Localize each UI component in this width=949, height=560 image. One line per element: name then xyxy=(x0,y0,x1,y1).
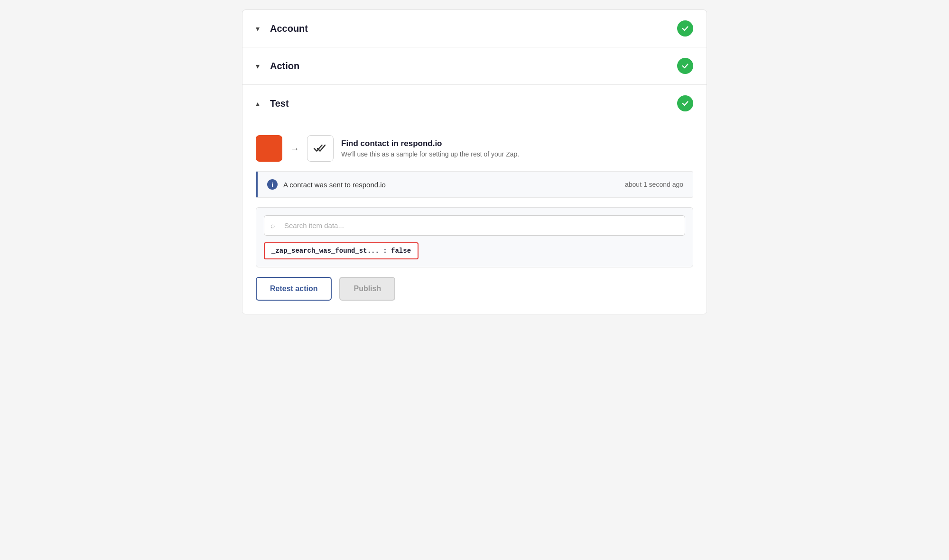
retest-action-button[interactable]: Retest action xyxy=(256,277,332,301)
account-check-circle xyxy=(677,20,693,37)
account-section-row[interactable]: ▾ Account xyxy=(242,10,707,47)
search-input-wrap: ⌕ xyxy=(264,215,685,236)
action-chevron-icon: ▾ xyxy=(256,62,265,71)
info-bar: i A contact was sent to respond.io about… xyxy=(256,171,693,198)
search-icon: ⌕ xyxy=(270,221,275,230)
double-check-box xyxy=(307,135,334,162)
action-check-icon xyxy=(681,62,689,70)
search-input[interactable] xyxy=(264,215,685,236)
action-check-circle xyxy=(677,58,693,74)
test-section-content: → Find contact in respond.io We'll use t… xyxy=(242,122,707,314)
find-contact-row: → Find contact in respond.io We'll use t… xyxy=(256,135,693,162)
info-time-text: about 1 second ago xyxy=(625,181,683,188)
info-icon: i xyxy=(267,179,278,190)
search-box-container: ⌕ _zap_search_was_found_st... : false xyxy=(256,207,693,267)
buttons-row: Retest action Publish xyxy=(256,277,693,301)
info-message-text: A contact was sent to respond.io xyxy=(283,181,386,189)
result-item-text: _zap_search_was_found_st... : false xyxy=(271,247,411,255)
test-check-icon xyxy=(681,99,689,108)
result-item: _zap_search_was_found_st... : false xyxy=(264,242,419,259)
action-section-row[interactable]: ▾ Action xyxy=(242,47,707,85)
account-chevron-icon: ▾ xyxy=(256,24,265,33)
action-section-title: Action xyxy=(270,61,299,72)
main-container: ▾ Account ▾ Action ▴ Test xyxy=(242,9,707,314)
info-bar-left: i A contact was sent to respond.io xyxy=(267,179,386,190)
find-contact-text: Find contact in respond.io We'll use thi… xyxy=(341,139,693,158)
arrow-right-icon: → xyxy=(290,143,299,154)
test-section-left: ▴ Test xyxy=(256,98,289,109)
find-contact-subtitle: We'll use this as a sample for setting u… xyxy=(341,150,693,158)
account-section-title: Account xyxy=(270,23,308,34)
test-section-title: Test xyxy=(270,98,289,109)
test-check-circle xyxy=(677,95,693,111)
account-section-left: ▾ Account xyxy=(256,23,308,34)
find-contact-title: Find contact in respond.io xyxy=(341,139,693,148)
test-chevron-icon: ▴ xyxy=(256,99,265,108)
double-checkmark-icon xyxy=(314,142,327,155)
account-check-icon xyxy=(681,24,689,33)
test-section-row[interactable]: ▴ Test xyxy=(242,85,707,122)
action-section-left: ▾ Action xyxy=(256,61,299,72)
orange-square-icon xyxy=(256,135,282,162)
publish-button[interactable]: Publish xyxy=(339,277,395,301)
